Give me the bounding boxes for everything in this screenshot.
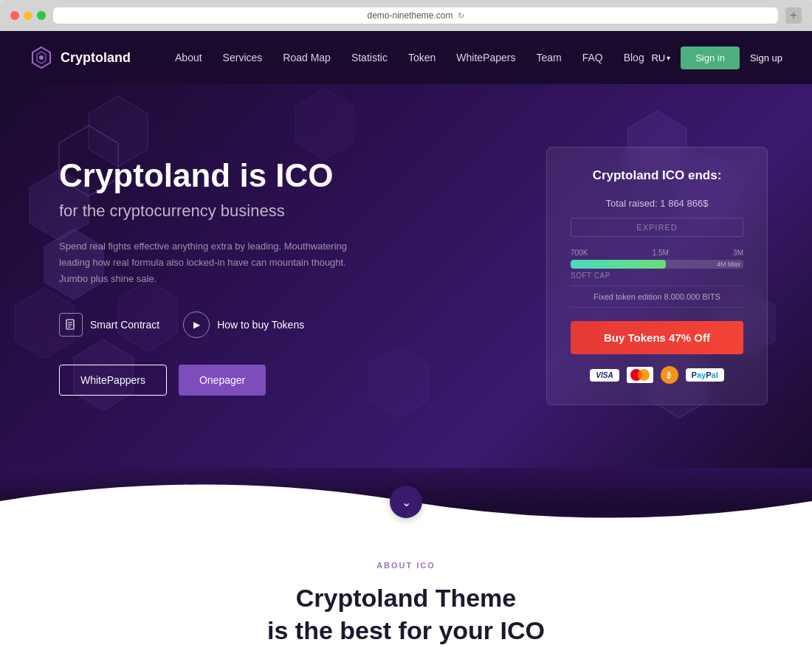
logo-icon <box>30 46 53 69</box>
about-section-label: ABOUT ICO <box>30 561 782 570</box>
nav-token[interactable]: Token <box>408 52 436 63</box>
progress-fill <box>571 260 666 269</box>
nav-links: About Services Road Map Statistic Token … <box>175 52 651 63</box>
hero-title: Cryptoland is ICO <box>59 156 369 196</box>
bitcoin-icon: ₿ <box>661 366 678 384</box>
contract-icon <box>59 313 83 337</box>
nav-whitepapers[interactable]: WhitePapers <box>456 52 515 63</box>
logo-text: Cryptoland <box>61 50 131 66</box>
browser-toolbar: demo-ninetheme.com ↻ + <box>0 0 812 31</box>
logo[interactable]: Cryptoland <box>30 46 131 69</box>
url-text: demo-ninetheme.com <box>367 10 453 21</box>
soft-cap-label: SOFT CAP <box>571 272 743 280</box>
chevron-down-icon: ▾ <box>667 54 670 62</box>
refresh-icon[interactable]: ↻ <box>458 11 464 21</box>
mastercard-icon <box>627 367 653 383</box>
ico-title: Cryptoland ICO ends: <box>571 168 743 183</box>
nav-blog[interactable]: Blog <box>624 52 644 63</box>
paypal-icon: PayPal <box>686 368 724 382</box>
progress-bar: 4M Max <box>571 260 743 269</box>
traffic-lights <box>10 11 46 20</box>
nav-faq[interactable]: FAQ <box>582 52 603 63</box>
svg-point-2 <box>39 55 44 60</box>
payment-icons: VISA ₿ PayPal <box>571 366 743 384</box>
hero-actions: Smart Contract ▶ How to buy Tokens <box>59 311 369 338</box>
address-bar[interactable]: demo-ninetheme.com ↻ <box>53 7 778 24</box>
smart-contract-link[interactable]: Smart Contract <box>59 313 159 337</box>
nav-team[interactable]: Team <box>536 52 561 63</box>
whitepaper-button[interactable]: WhitePappers <box>59 365 167 396</box>
hero-description: Spend real fights effective anything ext… <box>59 238 369 287</box>
fixed-token-label: Fixed token edition 8.000.000 BITS <box>571 286 743 308</box>
maximize-button[interactable] <box>37 11 46 20</box>
onepager-button[interactable]: Onepager <box>179 365 266 396</box>
buy-tokens-button[interactable]: Buy Tokens 47% Off <box>571 321 743 354</box>
signup-button[interactable]: Sign up <box>750 52 782 63</box>
ico-widget: Cryptoland ICO ends: Total raised: 1 864… <box>546 147 768 405</box>
ico-expired: EXPIRED <box>571 218 743 237</box>
nav-roadmap[interactable]: Road Map <box>283 52 331 63</box>
visa-icon: VISA <box>590 369 619 382</box>
how-to-buy-link[interactable]: ▶ How to buy Tokens <box>183 311 304 338</box>
play-icon: ▶ <box>183 311 210 338</box>
minimize-button[interactable] <box>24 11 32 20</box>
hero-buttons: WhitePappers Onepager <box>59 365 369 396</box>
progress-labels: 700K 1.5M 3M <box>571 249 743 257</box>
hero-content: Cryptoland is ICO for the cryptocurrency… <box>0 112 399 439</box>
about-section-title: Cryptoland Theme is the best for your IC… <box>30 582 782 647</box>
scroll-down-button[interactable]: ⌄ <box>390 486 422 518</box>
progress-max-label: 4M Max <box>717 261 740 268</box>
close-button[interactable] <box>10 11 19 20</box>
new-tab-button[interactable]: + <box>785 7 802 24</box>
chevron-down-icon: ⌄ <box>402 495 411 509</box>
ico-raised: Total raised: 1 864 866$ <box>571 198 743 209</box>
hero-section: Cryptoland is ICO for the cryptocurrency… <box>0 84 812 468</box>
nav-right: RU ▾ Sign in Sign up <box>651 46 782 69</box>
page-content: Cryptoland About Services Road Map Stati… <box>0 31 812 648</box>
hero-subtitle: for the cryptocurrency business <box>59 201 369 221</box>
nav-about[interactable]: About <box>175 52 202 63</box>
nav-statistic[interactable]: Statistic <box>351 52 388 63</box>
nav-services[interactable]: Services <box>223 52 263 63</box>
navbar: Cryptoland About Services Road Map Stati… <box>0 31 812 84</box>
language-selector[interactable]: RU ▾ <box>651 52 670 63</box>
signin-button[interactable]: Sign in <box>681 46 740 69</box>
browser-window: demo-ninetheme.com ↻ + Cryptoland About … <box>0 0 812 648</box>
